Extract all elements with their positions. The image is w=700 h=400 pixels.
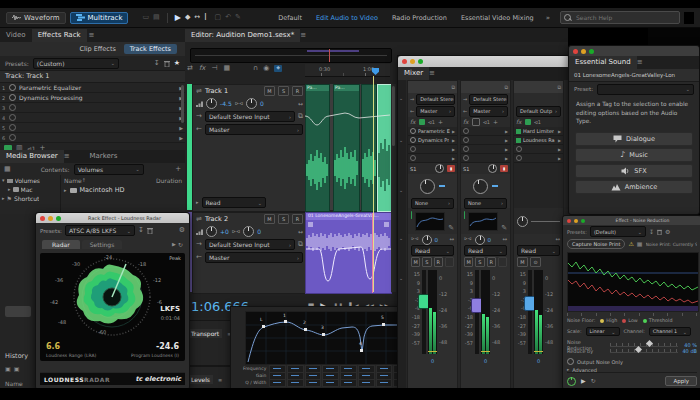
mixer-window-titlebar[interactable] <box>398 56 570 67</box>
eq-value-cell[interactable] <box>340 379 357 387</box>
eq-point-label[interactable]: 4 <box>359 341 362 346</box>
monitor-button[interactable] <box>498 257 507 267</box>
settings-gear-icon[interactable]: ⚙ <box>179 227 185 234</box>
route-icon[interactable]: ⊣ <box>211 65 217 72</box>
send-assign-dropdown[interactable]: None› <box>411 198 454 209</box>
tag-ambience-button[interactable]: Ambience <box>575 180 693 194</box>
track-drag-icon[interactable]: ⇌ <box>196 216 202 223</box>
fx-enabled-checkbox[interactable] <box>516 138 521 143</box>
media-tree-icon[interactable]: ▦ <box>4 166 11 173</box>
music-clip[interactable]: 01 LonesomeAngels-GreatVal... <box>305 212 392 294</box>
multitrack-button[interactable]: Multitrack <box>70 12 129 24</box>
tab-essential-sound[interactable]: Essential Sound <box>569 56 637 69</box>
solo-button[interactable]: S <box>475 257 484 267</box>
slot-power-icon[interactable] <box>410 128 416 134</box>
delete-preset-icon[interactable] <box>147 227 153 234</box>
es-preset-dropdown[interactable]: ⌄ <box>597 84 694 95</box>
disclosure-icon[interactable]: ▸ <box>2 196 5 201</box>
tab-video[interactable]: Video <box>0 29 32 42</box>
fader-value[interactable]: 0 <box>484 358 487 364</box>
track2-name[interactable]: Track 2 <box>205 215 228 223</box>
tree-item-volumes[interactable]: ▾ Volumes <box>2 176 58 185</box>
volume-knob[interactable] <box>206 226 217 237</box>
metronome-icon[interactable]: ▦ <box>224 65 231 72</box>
add-fx-icon[interactable]: + <box>493 119 498 125</box>
clip-effects-button[interactable]: Clip Effects <box>73 44 121 54</box>
strip-fx-slot[interactable]: Loudness Ra▶ <box>514 136 563 145</box>
snap-icon[interactable]: ⇄ <box>187 65 193 72</box>
master-eq-slider[interactable] <box>531 221 560 222</box>
collapse-fader-icon[interactable]: ⌄ <box>399 276 403 281</box>
pencil-tool-icon[interactable]: ✎ <box>235 14 241 21</box>
monitor-input-icon[interactable]: ⧉ <box>298 241 303 248</box>
strip-input-dropdown[interactable]: Default Stere› <box>469 94 508 105</box>
tree-item-mac[interactable]: ▸ Mac <box>2 185 58 194</box>
tab-media-browser[interactable]: Media Browser <box>0 150 64 163</box>
effect-slot[interactable]: 1 Parametric Equalizer ▶ <box>0 83 185 93</box>
eq-point-label[interactable]: 2 <box>303 320 306 325</box>
panel-menu-icon[interactable]: ≡ <box>218 377 222 383</box>
slot-power-icon[interactable] <box>9 114 16 121</box>
timeline-ruler[interactable]: 0:30 1:00 <box>305 64 390 77</box>
record-arm-button[interactable]: R <box>434 257 443 267</box>
tag-sfx-button[interactable]: SFX <box>575 164 693 178</box>
nr-slider2-value[interactable]: 40 dB <box>681 348 697 354</box>
premix-icon[interactable]: ⊲1 <box>534 120 541 125</box>
history-stub-button[interactable] <box>5 306 31 317</box>
history-step-icon[interactable]: ▣ <box>5 366 11 372</box>
eq-power-toggle[interactable] <box>464 211 465 219</box>
slot-power-icon[interactable] <box>9 104 16 111</box>
eq-value-cell[interactable] <box>305 379 322 387</box>
media-row-macintosh-hd[interactable]: ▸ Macintosh HD <box>64 185 182 195</box>
editor-scrollbar[interactable] <box>391 84 396 292</box>
overview-playhead[interactable] <box>329 49 330 62</box>
output-noise-only-checkbox[interactable] <box>567 358 574 365</box>
track2-pan-value[interactable]: 0 <box>257 228 261 235</box>
slot-power-icon[interactable] <box>410 146 416 152</box>
send-knob-mini[interactable] <box>435 164 444 173</box>
track1-pan-value[interactable]: 0 <box>260 100 264 107</box>
strip-output-dropdown[interactable]: Default Outp› <box>516 106 561 117</box>
tab-settings[interactable]: Settings <box>82 240 123 249</box>
close-icon[interactable] <box>40 216 45 221</box>
slot-power-icon[interactable] <box>410 155 416 161</box>
playhead-line[interactable] <box>373 76 374 292</box>
slot-power-icon[interactable] <box>463 146 469 152</box>
workspace-edit-audio-to-video[interactable]: Edit Audio to Video <box>316 14 378 22</box>
zoom-icon[interactable] <box>418 59 423 64</box>
effect-slot[interactable]: 6 ▶ <box>0 133 185 143</box>
close-icon[interactable] <box>573 49 578 54</box>
automation-mode-dropdown[interactable]: Read⌄ <box>411 245 454 256</box>
text-tool-icon[interactable]: I <box>204 14 206 22</box>
send-level-knob[interactable] <box>473 179 488 194</box>
zoom-icon[interactable] <box>581 219 585 223</box>
minimize-icon[interactable] <box>48 216 53 221</box>
slot-power-icon[interactable] <box>463 128 469 134</box>
minimize-icon[interactable] <box>574 219 578 223</box>
mute-button[interactable]: M <box>264 86 275 96</box>
tab-radar[interactable]: Radar <box>42 240 80 249</box>
noise-spectrum-graph[interactable] <box>567 252 699 312</box>
reduce-by-slider[interactable] <box>610 349 678 353</box>
pan-knob[interactable] <box>246 98 257 109</box>
eq-value-cell[interactable] <box>322 379 339 387</box>
tree-item-shortcuts[interactable]: ▸ ⚑ Shortcut <box>2 194 58 203</box>
slot-power-icon[interactable] <box>9 84 16 91</box>
track2-output-dropdown[interactable]: Master› <box>205 252 303 263</box>
premix-icon[interactable]: ⊲1 <box>483 120 490 125</box>
solo-button[interactable]: S <box>422 257 431 267</box>
razor-tool-icon[interactable]: ◆ <box>185 14 190 21</box>
eq-value-cell[interactable] <box>358 379 375 387</box>
fader-value[interactable]: 0 <box>537 358 540 364</box>
volume-envelope[interactable] <box>305 98 390 138</box>
panel-menu-icon[interactable]: ≡ <box>64 153 70 160</box>
eq-value-cell[interactable] <box>376 379 393 387</box>
column-name[interactable]: Name <box>64 177 82 184</box>
strip-fx-slot[interactable]: ▶ <box>514 145 563 154</box>
mute-button[interactable]: M <box>264 214 275 224</box>
apply-button[interactable]: Apply <box>665 376 697 386</box>
tag-music-button[interactable]: ♪ Music <box>575 148 693 162</box>
marquee-tool-icon[interactable]: ▢ <box>215 14 222 21</box>
eq-thumbnail[interactable] <box>415 212 445 231</box>
pan-value[interactable]: 0 <box>488 237 492 243</box>
